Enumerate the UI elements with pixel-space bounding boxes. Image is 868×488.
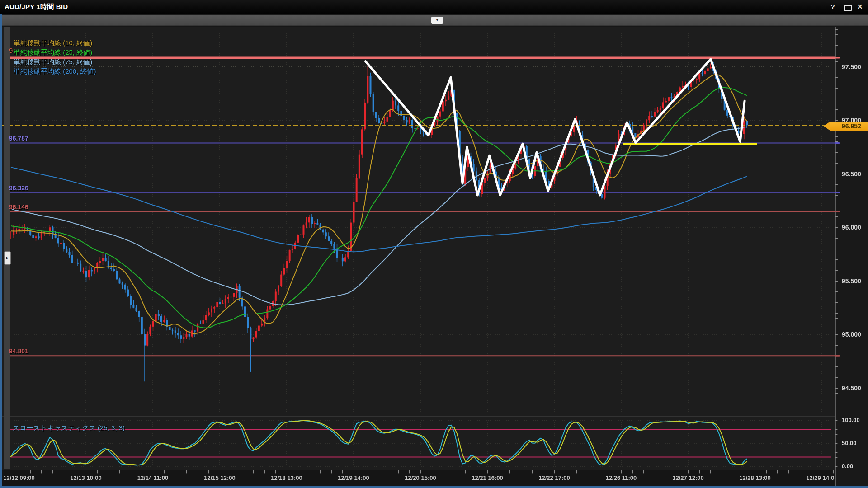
level-label-96.146: 96.146 [9,203,28,211]
window-title: AUD/JPY 1時間 BID [5,3,68,11]
price-axis-label: 95.500 [842,277,861,285]
window-border-left [0,14,2,488]
current-price-badge: 96.952 [830,122,868,131]
time-axis-label: 12/27 12:00 [672,474,703,481]
current-price-value: 96.952 [842,122,861,130]
legend-item-sma-200: 単純移動平均線 (200, 終値) [14,66,96,76]
price-axis-label: 96.000 [842,224,861,231]
window-border-bottom [0,486,868,488]
time-axis-label: 12/26 11:00 [606,474,637,481]
current-price-badge-arrow-icon [824,122,830,131]
stochastic-axis-label: 0.00 [842,463,853,469]
chart-toolbar: ▾ [0,14,868,27]
time-axis-label: 12/20 15:00 [405,474,436,481]
stochastic-axis-label: 100.00 [842,417,860,423]
legend-item-sma-75: 単純移動平均線 (75, 終値) [14,57,96,66]
maximize-icon [844,5,852,11]
price-axis-label: 97.500 [842,63,861,70]
time-axis-label: 12/28 13:00 [739,474,770,481]
left-panel-gutter[interactable] [4,27,10,469]
collapse-toolbar-button[interactable]: ▾ [431,17,443,24]
level-label-96.326: 96.326 [9,184,28,192]
stochastic-axis-label: 50.00 [842,440,857,446]
time-axis[interactable]: 12/12 09:0012/13 10:0012/14 11:0012/15 1… [3,472,835,485]
price-chart-canvas[interactable] [0,0,868,488]
chevron-down-icon: ▾ [436,18,439,22]
time-axis-label: 12/14 11:00 [137,474,169,481]
level-label-96.787: 96.787 [9,135,28,142]
play-arrow-icon: ▶ [6,256,9,259]
time-axis-label: 12/19 14:00 [338,474,369,481]
time-axis-label: 12/29 14:00 [806,474,835,481]
legend-item-sma-10: 単純移動平均線 (10, 終値) [14,38,96,47]
help-button[interactable]: ? [827,2,838,12]
title-bar[interactable]: AUD/JPY 1時間 BID ? ✕ [0,0,868,14]
indicator-legend: 単純移動平均線 (10, 終値)単純移動平均線 (25, 終値)単純移動平均線 … [14,38,96,76]
price-axis-label: 96.500 [842,170,861,178]
stochastic-legend: スローストキャスティクス (25, 3, 3) [13,424,125,432]
time-axis-label: 12/15 12:00 [204,474,235,481]
chart-stage: ▶ 単純移動平均線 (10, 終値)単純移動平均線 (25, 終値)単純移動平均… [0,0,868,488]
clipped-price-label: 9 [9,47,13,54]
close-button[interactable]: ✕ [854,2,865,12]
chart-window: ▶ 単純移動平均線 (10, 終値)単純移動平均線 (25, 終値)単純移動平均… [0,0,868,488]
maximize-button[interactable] [842,2,853,12]
time-axis-label: 12/21 16:00 [472,474,503,481]
expand-panel-button[interactable]: ▶ [4,251,11,265]
time-axis-label: 12/12 09:00 [3,474,34,481]
time-axis-label: 12/18 13:00 [271,474,302,481]
legend-item-sma-25: 単純移動平均線 (25, 終値) [14,47,96,57]
price-axis-label: 94.500 [842,385,861,392]
time-axis-label: 12/22 17:00 [538,474,570,481]
time-axis-label: 12/13 10:00 [70,474,101,481]
price-axis-label: 95.000 [842,331,861,338]
level-label-94.801: 94.801 [9,347,28,355]
